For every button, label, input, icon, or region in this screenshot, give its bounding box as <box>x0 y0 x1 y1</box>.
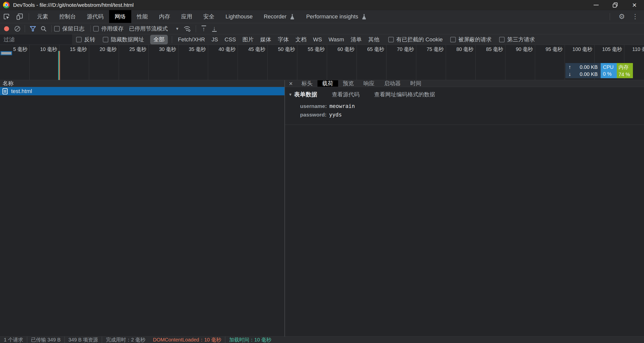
request-type-filter[interactable]: CSS <box>221 36 239 43</box>
restore-button[interactable] <box>606 0 625 10</box>
detail-tab[interactable]: 预览 <box>338 80 359 87</box>
restore-icon <box>613 2 618 8</box>
clear-network-log-button[interactable] <box>15 26 20 32</box>
device-toolbar-button[interactable] <box>13 10 26 23</box>
request-type-filter[interactable]: 文档 <box>292 36 310 43</box>
devtools-tab-bar: 元素 控制台 源代码 网络 性能 内存 应用 安全 Lighthouse Rec… <box>0 10 644 23</box>
tab-elements[interactable]: 元素 <box>31 10 54 23</box>
detail-tab[interactable]: 时间 <box>406 80 426 87</box>
invert-filter-label: 反转 <box>84 36 95 43</box>
preserve-log-checkbox[interactable] <box>54 26 60 32</box>
request-type-filter[interactable]: 图片 <box>239 36 257 43</box>
view-source-link[interactable]: 查看源代码 <box>332 91 360 98</box>
tab-network[interactable]: 网络 <box>109 10 131 23</box>
request-type-filter[interactable]: 字体 <box>275 36 292 43</box>
transfer-stats: ↑ 0.00 KB ↓ 0.00 KB <box>565 63 601 78</box>
tab-label: 内存 <box>159 13 170 20</box>
request-type-all[interactable]: 全部 <box>150 35 168 44</box>
tab-lighthouse[interactable]: Lighthouse <box>220 10 258 23</box>
record-network-log-button[interactable] <box>4 26 9 31</box>
request-overview-bar[interactable] <box>1 51 12 55</box>
tab-label: Recorder <box>264 13 286 20</box>
form-data-section: ▼ 表单数据 查看源代码 查看网址编码格式的数据 username: meowr… <box>285 87 644 125</box>
request-type-filter[interactable]: 清单 <box>347 36 365 43</box>
request-row-test-html[interactable]: test.html <box>0 87 284 95</box>
ruler-tick-label: 10 毫秒 <box>40 46 57 53</box>
tab-recorder[interactable]: Recorder <box>258 10 301 23</box>
tab-performance-insights[interactable]: Performance insights <box>301 10 372 23</box>
ruler-tick-label: 20 毫秒 <box>100 46 117 53</box>
filter-input[interactable] <box>0 34 72 45</box>
experiment-flask-icon <box>289 14 295 20</box>
detail-tab[interactable]: 响应 <box>359 80 379 87</box>
blocked-requests-checkbox[interactable] <box>450 37 456 42</box>
document-icon <box>2 88 8 95</box>
close-button[interactable]: × <box>625 0 644 10</box>
blocked-cookies-checkbox[interactable] <box>388 37 394 42</box>
preserve-log-label: 保留日志 <box>62 25 84 33</box>
param-value: meowrain <box>329 103 355 109</box>
request-type-filter[interactable]: Wasm <box>325 36 347 43</box>
request-type-filter[interactable]: 媒体 <box>257 36 275 43</box>
export-har-button[interactable]: ↓ <box>212 25 217 32</box>
param-key: username: <box>300 103 327 109</box>
status-summary-list: 1 个请求已传输 349 B349 B 项资源完成用时：2 毫秒 <box>0 337 149 343</box>
divider <box>25 25 25 32</box>
third-party-checkbox[interactable] <box>499 37 505 42</box>
blocked-requests-label: 被屏蔽的请求 <box>458 36 492 43</box>
minimize-button[interactable] <box>587 0 606 10</box>
view-urlencoded-link[interactable]: 查看网址编码格式的数据 <box>374 91 435 98</box>
ruler-tick-label: 65 毫秒 <box>367 46 384 53</box>
network-conditions-button[interactable] <box>183 25 191 32</box>
disable-cache-label: 停用缓存 <box>101 25 123 33</box>
detail-tab[interactable]: 启动器 <box>379 80 406 87</box>
hide-data-urls-checkbox[interactable] <box>103 37 108 42</box>
invert-filter-checkbox[interactable] <box>76 37 82 42</box>
detail-tab[interactable]: 载荷 <box>317 80 338 87</box>
more-options-kebab-icon[interactable]: ⋮ <box>631 13 644 20</box>
funnel-icon <box>29 25 36 32</box>
request-type-filter[interactable]: 其他 <box>365 36 383 43</box>
detail-tab[interactable]: 标头 <box>297 80 317 87</box>
search-button[interactable] <box>40 25 47 32</box>
request-name: test.html <box>11 88 32 95</box>
requests-column-header[interactable]: 名称 <box>0 80 284 87</box>
request-type-filter[interactable]: Fetch/XHR <box>175 36 208 43</box>
tab-security[interactable]: 安全 <box>198 10 220 23</box>
request-type-list: Fetch/XHRJSCSS图片媒体字体文档WSWasm清单其他 <box>175 36 383 43</box>
disable-cache-checkbox[interactable] <box>93 26 99 32</box>
tab-performance[interactable]: 性能 <box>131 10 153 23</box>
tab-label: Performance insights <box>306 13 358 20</box>
inspect-element-button[interactable] <box>0 10 13 23</box>
tab-memory[interactable]: 内存 <box>153 10 176 23</box>
tab-label: 网络 <box>115 13 126 20</box>
form-data-title[interactable]: 表单数据 <box>294 91 317 98</box>
throttling-dropdown[interactable]: 已停用节流模式 ▼ <box>129 25 179 33</box>
throttling-value: 已停用节流模式 <box>129 25 168 33</box>
request-type-filter[interactable]: WS <box>310 36 325 43</box>
tab-label: 性能 <box>137 13 148 20</box>
devtools-window: DevTools - file:///D:/git/note/webstrom/… <box>0 0 644 343</box>
upload-value: 0.00 KB <box>580 64 598 70</box>
ruler-tick-label: 50 毫秒 <box>278 46 295 53</box>
disclosure-triangle-icon[interactable]: ▼ <box>288 92 294 97</box>
ruler-cell: 90 毫秒 <box>505 45 535 80</box>
ruler-cell: 20 毫秒 <box>89 45 119 80</box>
ruler-cell: 70 毫秒 <box>387 45 416 80</box>
request-type-filter[interactable]: JS <box>208 36 221 43</box>
settings-gear-icon[interactable]: ⚙ <box>613 12 631 21</box>
divider <box>51 25 52 32</box>
close-detail-button[interactable]: × <box>285 80 297 87</box>
network-filter-bar: 反转 隐藏数据网址 全部 Fetch/XHRJSCSS图片媒体字体文档WSWas… <box>0 34 644 45</box>
title-bar: DevTools - file:///D:/git/note/webstrom/… <box>0 0 644 10</box>
ruler-cell: 80 毫秒 <box>446 45 476 80</box>
import-har-button[interactable]: ↑ <box>202 25 206 32</box>
filter-funnel-button[interactable] <box>29 25 36 32</box>
cpu-stats: CPU 0 % <box>601 63 617 78</box>
tab-application[interactable]: 应用 <box>176 10 198 23</box>
divider <box>29 13 29 20</box>
ruler-cell: 15 毫秒 <box>59 45 89 80</box>
tab-console[interactable]: 控制台 <box>54 10 81 23</box>
tab-sources[interactable]: 源代码 <box>81 10 109 23</box>
network-overview-timeline[interactable]: 5 毫秒10 毫秒15 毫秒20 毫秒25 毫秒30 毫秒35 毫秒40 毫秒4… <box>0 45 644 80</box>
